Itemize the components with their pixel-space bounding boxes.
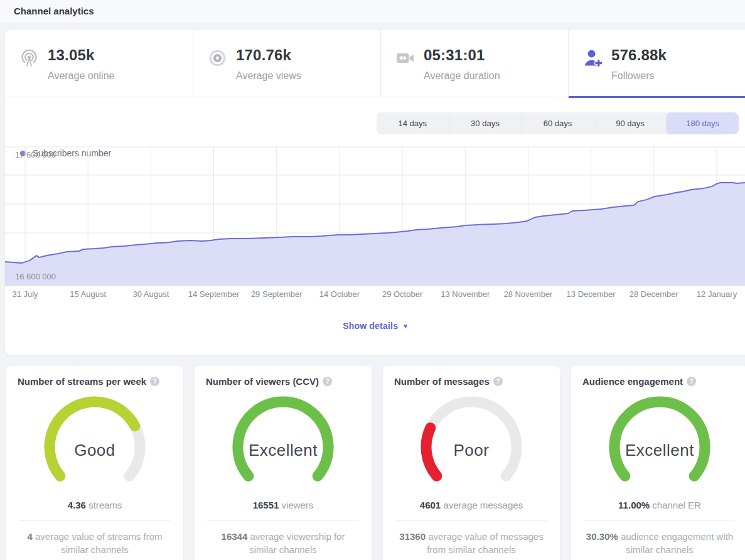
gauge-value: 4601 [420, 500, 441, 510]
gauge-value-unit: average messages [443, 500, 523, 510]
duration-icon [395, 48, 416, 69]
benchmark-value: 30.30% [586, 531, 618, 542]
help-icon[interactable]: ? [687, 377, 696, 386]
stat-label: Average online [48, 70, 114, 82]
benchmark-value: 4 [27, 531, 32, 542]
followers-icon [582, 48, 604, 69]
stat-value: 170.76k [236, 46, 301, 64]
divider [19, 520, 171, 521]
gauges-row: Number of streams per week ? Good 4.36 s… [6, 366, 745, 560]
range-button-180-days[interactable]: 180 days [666, 112, 739, 134]
y-axis-top-label: 17 600 000 [15, 150, 56, 159]
benchmark-text: average value of streams from similar ch… [35, 531, 163, 555]
help-icon[interactable]: ? [493, 377, 503, 386]
x-tick-label: 30 August [132, 289, 169, 299]
x-tick-label: 13 November [441, 289, 490, 299]
stat-label: Average views [236, 70, 301, 82]
gauge-card-title: Number of messages [394, 376, 490, 387]
views-icon [207, 48, 228, 69]
gauge-card-number-of-messages: Number of messages ? Poor 4601 average m… [383, 366, 560, 560]
x-tick-label: 29 September [251, 289, 303, 299]
show-details-row: Show details ▾ [5, 320, 745, 331]
stat-label: Average duration [424, 70, 500, 82]
x-axis-labels: 31 July15 August30 August14 September29 … [5, 289, 745, 301]
stat-tab-average-online[interactable]: 13.05k Average online [5, 30, 193, 97]
gauge-rating: Good [26, 441, 164, 460]
stat-value: 05:31:01 [424, 46, 500, 64]
stat-tab-average-views[interactable]: 170.76k Average views [193, 30, 380, 97]
broadcast-icon [19, 48, 40, 69]
gauge-value-unit: streams [88, 500, 122, 510]
stat-value: 13.05k [48, 46, 114, 64]
show-details-label: Show details [343, 321, 398, 331]
range-button-60-days[interactable]: 60 days [521, 112, 594, 134]
gauge-rating: Excellent [214, 441, 352, 460]
gauge-value: 4.36 [68, 500, 86, 510]
range-button-90-days[interactable]: 90 days [594, 112, 667, 134]
date-range-group: 14 days30 days60 days90 days180 days [377, 112, 739, 134]
divider [584, 520, 736, 521]
help-icon[interactable]: ? [323, 377, 332, 386]
gauge-value-unit: viewers [282, 500, 314, 510]
stat-tab-average-duration[interactable]: 05:31:01 Average duration [380, 30, 568, 97]
y-axis-bottom-label: 16 600 000 [15, 272, 56, 281]
gauge-rating: Poor [402, 441, 540, 460]
subscribers-chart: 17 600 000 16 600 000 [5, 146, 745, 286]
stat-label: Followers [611, 70, 667, 82]
x-tick-label: 28 November [503, 289, 552, 299]
help-icon[interactable]: ? [150, 377, 159, 386]
gauge-card-title: Number of viewers (CCV) [206, 376, 319, 387]
gauge-card-number-of-viewers-ccv-: Number of viewers (CCV) ? Excellent 1655… [195, 366, 372, 560]
top-band [0, 0, 745, 23]
gauge-value: 11.00% [618, 500, 650, 510]
gauge-rating: Excellent [591, 441, 729, 460]
range-button-14-days[interactable]: 14 days [377, 112, 449, 134]
x-tick-label: 12 January [697, 289, 737, 299]
stats-row: 13.05k Average online 170.76k Average vi… [5, 30, 745, 97]
gauge-value-unit: channel ER [652, 500, 701, 510]
divider [207, 520, 359, 521]
benchmark-text: average value of messages from similar c… [427, 531, 544, 555]
gauge-card-title: Audience engagement [582, 376, 683, 387]
gauge-card-number-of-streams-per-week: Number of streams per week ? Good 4.36 s… [6, 366, 183, 560]
benchmark-text: average viewership for similar channels [249, 531, 345, 555]
stat-value: 576.88k [611, 46, 667, 64]
page-title: Channel analytics [14, 6, 94, 16]
stat-tab-followers[interactable]: 576.88k Followers [568, 30, 745, 97]
analytics-card: 13.05k Average online 170.76k Average vi… [5, 30, 745, 355]
show-details-button[interactable]: Show details ▾ [343, 321, 407, 331]
gauge-card-title: Number of streams per week [18, 376, 146, 387]
divider [395, 520, 547, 521]
benchmark-text: audience engagement with similar channel… [621, 531, 733, 555]
x-tick-label: 14 October [319, 289, 360, 299]
x-tick-label: 29 October [382, 289, 422, 299]
gauge-card-audience-engagement: Audience engagement ? Excellent 11.00% c… [571, 366, 745, 560]
range-button-30-days[interactable]: 30 days [449, 112, 522, 134]
x-tick-label: 15 August [70, 289, 106, 299]
gauge-value: 16551 [253, 500, 279, 510]
x-tick-label: 14 September [188, 289, 240, 299]
x-tick-label: 13 December [567, 289, 616, 299]
benchmark-value: 31360 [399, 531, 426, 542]
benchmark-value: 16344 [222, 531, 248, 542]
x-tick-label: 28 December [630, 289, 678, 299]
chevron-down-icon: ▾ [404, 322, 407, 330]
x-tick-label: 31 July [12, 289, 38, 299]
area-chart-svg [5, 146, 745, 286]
